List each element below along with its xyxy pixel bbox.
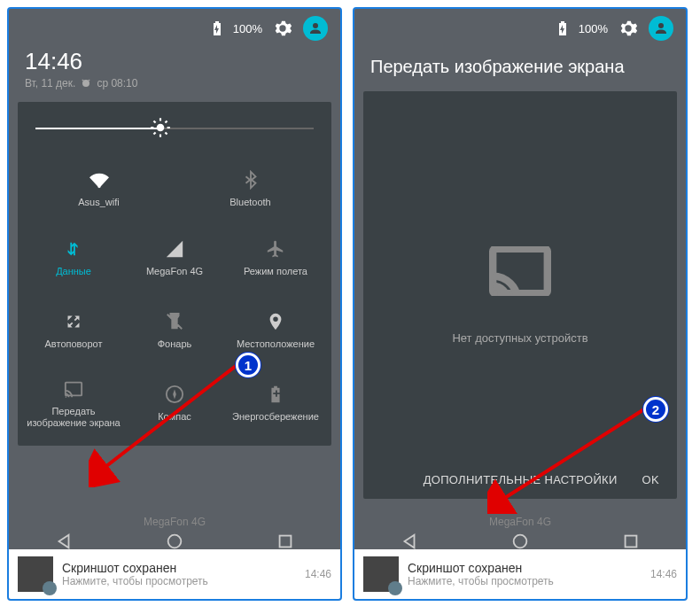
annotation-marker-1: 1 <box>236 353 261 377</box>
notification[interactable]: Скриншот сохранен Нажмите, чтобы просмот… <box>9 549 340 599</box>
airplane-icon <box>266 239 285 259</box>
tile-label: Режим полета <box>244 266 307 277</box>
clock-area: 14:46 Вт, 11 дек. ср 08:10 <box>9 48 340 102</box>
phone-left: 100% 14:46 Вт, 11 дек. ср 08:10 Asus_wif… <box>7 7 342 601</box>
phone-right: 100% Передать изображение экрана Нет дос… <box>353 7 688 601</box>
notification-time: 14:46 <box>305 568 331 580</box>
location-icon <box>266 312 285 331</box>
svg-point-0 <box>157 124 165 132</box>
tile-airplane[interactable]: Режим полета <box>227 224 324 293</box>
svg-rect-4 <box>279 536 291 548</box>
user-avatar[interactable] <box>649 16 673 41</box>
tile-wifi[interactable]: Asus_wifi <box>25 155 173 224</box>
battery-percentage: 100% <box>579 22 608 35</box>
svg-rect-1 <box>66 382 82 395</box>
tile-label: Данные <box>56 266 91 277</box>
flashlight-icon <box>165 312 184 331</box>
svg-point-7 <box>514 535 527 548</box>
tile-label: Местоположение <box>237 338 315 350</box>
cast-empty-icon <box>489 246 551 296</box>
svg-line-9 <box>501 408 647 501</box>
annotation-marker-2: 2 <box>643 397 668 422</box>
back-icon[interactable] <box>400 532 419 551</box>
rotate-icon <box>64 312 83 331</box>
recents-icon[interactable] <box>276 532 295 551</box>
tile-cellular[interactable]: MegaFon 4G <box>126 224 223 293</box>
notification-subtitle: Нажмите, чтобы просмотреть <box>408 575 642 587</box>
notification-title: Скриншот сохранен <box>408 561 642 575</box>
battery-saver-icon <box>266 385 285 404</box>
signal-icon <box>165 239 184 259</box>
notification-time: 14:46 <box>650 568 677 580</box>
battery-charging-icon <box>557 21 568 35</box>
recents-icon[interactable] <box>621 532 641 551</box>
brightness-slider[interactable] <box>35 114 314 141</box>
tile-bluetooth[interactable]: Bluetooth <box>176 155 324 224</box>
user-avatar[interactable] <box>303 16 328 41</box>
tile-label: MegaFon 4G <box>146 266 203 277</box>
svg-line-5 <box>102 363 239 470</box>
clock-date: Вт, 11 дек. <box>25 77 75 89</box>
cast-empty-text: Нет доступных устройств <box>452 331 587 345</box>
settings-icon[interactable] <box>273 19 292 38</box>
alarm-time: ср 08:10 <box>97 77 137 89</box>
bluetooth-icon <box>241 170 261 190</box>
home-icon[interactable] <box>510 532 530 551</box>
notification-thumbnail <box>363 556 399 592</box>
status-bar: 100% <box>9 9 340 48</box>
cast-title: Передать изображение экрана <box>354 48 686 91</box>
status-bar: 100% <box>354 9 686 48</box>
notification[interactable]: Скриншот сохранен Нажмите, чтобы просмот… <box>354 549 686 599</box>
alarm-icon <box>81 78 91 89</box>
cast-icon <box>64 379 83 399</box>
home-icon[interactable] <box>165 532 184 551</box>
notification-title: Скриншот сохранен <box>62 561 296 575</box>
tile-label: Фонарь <box>158 338 192 350</box>
wifi-icon <box>89 170 109 190</box>
tile-label: Bluetooth <box>229 197 270 208</box>
clock-time: 14:46 <box>25 48 324 75</box>
svg-point-3 <box>168 535 182 548</box>
tile-label: Автоповорот <box>45 338 103 350</box>
brightness-icon <box>149 116 172 139</box>
notification-thumbnail <box>18 556 53 592</box>
back-icon[interactable] <box>54 532 74 551</box>
battery-percentage: 100% <box>233 22 262 35</box>
tile-label: Asus_wifi <box>78 197 119 208</box>
tile-data[interactable]: Данные <box>25 224 122 293</box>
settings-icon[interactable] <box>618 19 638 38</box>
data-icon <box>64 239 83 259</box>
svg-rect-8 <box>625 536 636 548</box>
battery-charging-icon <box>212 21 222 35</box>
notification-subtitle: Нажмите, чтобы просмотреть <box>62 575 296 587</box>
